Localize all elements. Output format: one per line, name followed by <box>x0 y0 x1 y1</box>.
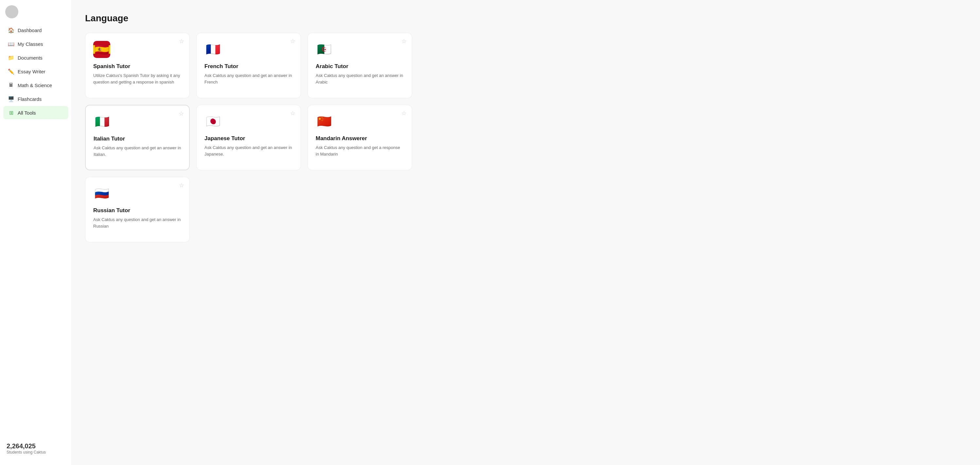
flag-icon-spanish-tutor <box>93 41 110 58</box>
tool-name-arabic-tutor: Arabic Tutor <box>316 63 404 70</box>
flag-icon-mandarin-answerer <box>316 113 332 130</box>
sidebar-item-label: Dashboard <box>18 27 41 33</box>
tool-desc-mandarin-answerer: Ask Caktus any question and get a respon… <box>316 144 404 157</box>
dashboard-icon: 🏠 <box>8 27 14 34</box>
sidebar-item-label: All Tools <box>18 110 36 116</box>
sidebar-item-documents[interactable]: 📁 Documents <box>3 51 68 64</box>
tool-name-mandarin-answerer: Mandarin Answerer <box>316 135 404 142</box>
tool-card-italian-tutor[interactable]: ☆ Italian Tutor Ask Caktus any question … <box>85 105 190 170</box>
tool-card-spanish-tutor[interactable]: ☆ Spanish Tutor Utilize Caktus's Spanish… <box>85 33 190 98</box>
sidebar-item-essay-writer[interactable]: ✏️ Essay Writer <box>3 65 68 78</box>
star-button-japanese-tutor[interactable]: ☆ <box>290 110 295 116</box>
tool-name-french-tutor: French Tutor <box>204 63 293 70</box>
all-tools-icon: ⊞ <box>8 109 14 116</box>
tool-desc-arabic-tutor: Ask Caktus any question and get an answe… <box>316 72 404 85</box>
documents-icon: 📁 <box>8 54 14 61</box>
sidebar-item-flashcards[interactable]: 🖥️ Flashcards <box>3 92 68 105</box>
sidebar-item-my-classes[interactable]: 📖 My Classes <box>3 37 68 50</box>
tool-card-french-tutor[interactable]: ☆ French Tutor Ask Caktus any question a… <box>196 33 301 98</box>
page-title: Language <box>85 13 967 24</box>
sidebar-footer: 2,264,025 Students using Caktus <box>0 437 72 460</box>
flashcards-icon: 🖥️ <box>8 96 14 102</box>
flag-icon-french-tutor <box>204 41 221 58</box>
tool-card-japanese-tutor[interactable]: ☆ Japanese Tutor Ask Caktus any question… <box>196 105 301 170</box>
tool-name-russian-tutor: Russian Tutor <box>93 207 181 214</box>
flag-icon-russian-tutor <box>93 185 110 202</box>
student-count: 2,264,025 <box>6 443 65 450</box>
sidebar-item-label: Essay Writer <box>18 69 46 74</box>
tool-desc-russian-tutor: Ask Caktus any question and get an answe… <box>93 216 181 229</box>
avatar <box>5 5 18 18</box>
sidebar-nav: 🏠 Dashboard 📖 My Classes 📁 Documents ✏️ … <box>0 24 72 437</box>
tool-desc-japanese-tutor: Ask Caktus any question and get an answe… <box>204 144 293 157</box>
main-content: Language ☆ Spanish Tutor Utilize Caktus'… <box>72 0 980 465</box>
tool-card-mandarin-answerer[interactable]: ☆ Mandarin Answerer Ask Caktus any quest… <box>307 105 412 170</box>
tool-name-italian-tutor: Italian Tutor <box>94 136 181 142</box>
sidebar-item-label: Flashcards <box>18 96 41 102</box>
tool-card-arabic-tutor[interactable]: ☆ Arabic Tutor Ask Caktus any question a… <box>307 33 412 98</box>
flag-icon-arabic-tutor <box>316 41 332 58</box>
sidebar-item-label: Documents <box>18 55 43 61</box>
tool-name-japanese-tutor: Japanese Tutor <box>204 135 293 142</box>
student-count-label: Students using Caktus <box>6 450 65 454</box>
flag-icon-italian-tutor <box>94 113 111 130</box>
tool-desc-italian-tutor: Ask Caktus any question and get an answe… <box>94 145 181 158</box>
star-button-mandarin-answerer[interactable]: ☆ <box>401 110 407 116</box>
my-classes-icon: 📖 <box>8 41 14 47</box>
sidebar-item-label: My Classes <box>18 41 43 47</box>
sidebar: 🏠 Dashboard 📖 My Classes 📁 Documents ✏️ … <box>0 0 72 465</box>
star-button-french-tutor[interactable]: ☆ <box>290 38 295 44</box>
tool-card-russian-tutor[interactable]: ☆ Russian Tutor Ask Caktus any question … <box>85 177 190 242</box>
math-science-icon: 🖩 <box>8 82 14 88</box>
tool-name-spanish-tutor: Spanish Tutor <box>93 63 181 70</box>
essay-writer-icon: ✏️ <box>8 68 14 75</box>
sidebar-item-label: Math & Science <box>18 83 52 88</box>
star-button-arabic-tutor[interactable]: ☆ <box>401 38 407 44</box>
star-button-russian-tutor[interactable]: ☆ <box>179 182 184 188</box>
star-button-italian-tutor[interactable]: ☆ <box>178 111 184 117</box>
tool-desc-spanish-tutor: Utilize Caktus's Spanish Tutor by asking… <box>93 72 181 85</box>
flag-icon-japanese-tutor <box>204 113 221 130</box>
tool-grid: ☆ Spanish Tutor Utilize Caktus's Spanish… <box>85 33 412 242</box>
tool-desc-french-tutor: Ask Caktus any question and get an answe… <box>204 72 293 85</box>
star-button-spanish-tutor[interactable]: ☆ <box>179 38 184 44</box>
sidebar-item-dashboard[interactable]: 🏠 Dashboard <box>3 24 68 37</box>
sidebar-item-math-science[interactable]: 🖩 Math & Science <box>3 78 68 92</box>
sidebar-item-all-tools[interactable]: ⊞ All Tools <box>3 106 68 119</box>
